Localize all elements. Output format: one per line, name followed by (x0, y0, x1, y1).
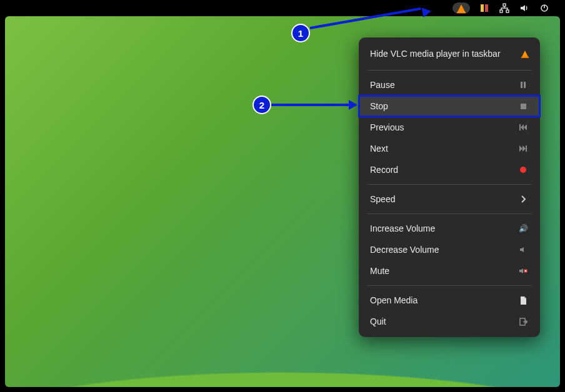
menu-separator (368, 213, 531, 214)
svg-rect-9 (519, 124, 521, 130)
annotation-callout-1: 1 (291, 24, 310, 42)
annotation-callout-2: 2 (252, 96, 271, 114)
network-icon[interactable] (499, 2, 510, 14)
vlc-context-menu: Hide VLC media player in taskbar Pause S… (359, 37, 540, 337)
menu-item-label: Open Media (370, 295, 418, 305)
menu-item-record[interactable]: Record (359, 159, 540, 180)
menu-item-label: Increase Volume (370, 223, 435, 233)
mute-icon (518, 267, 529, 275)
record-icon (518, 167, 529, 173)
volume-up-icon: 🔊 (518, 224, 529, 233)
vlc-cone-icon (522, 51, 528, 57)
stop-icon (518, 104, 529, 109)
menu-item-label: Stop (370, 101, 388, 111)
file-icon (518, 296, 529, 305)
chevron-right-icon (518, 195, 529, 203)
previous-icon (518, 124, 529, 130)
vlc-tray-icon[interactable] (452, 2, 470, 14)
menu-item-increase-volume[interactable]: Increase Volume 🔊 (359, 218, 540, 239)
menu-item-label: Quit (370, 316, 386, 326)
menu-header[interactable]: Hide VLC media player in taskbar (359, 42, 540, 66)
annotation-arrowhead-1 (422, 6, 432, 17)
menu-separator (368, 184, 531, 185)
menu-item-speed[interactable]: Speed (359, 189, 540, 210)
menu-item-label: Speed (370, 194, 395, 204)
system-topbar (5, 0, 560, 16)
svg-rect-7 (524, 82, 526, 88)
menu-item-label: Next (370, 144, 388, 154)
next-icon (518, 145, 529, 152)
svg-rect-2 (503, 4, 506, 6)
annotation-arrow-2 (271, 104, 349, 106)
svg-rect-3 (500, 10, 502, 12)
callout-number: 2 (259, 100, 264, 110)
svg-rect-10 (526, 145, 527, 152)
menu-separator (368, 70, 531, 71)
volume-down-icon (518, 247, 529, 253)
menu-item-open-media[interactable]: Open Media (359, 290, 540, 311)
quit-icon (518, 318, 529, 326)
callout-number: 1 (298, 28, 303, 39)
menu-item-label: Pause (370, 80, 395, 90)
pause-icon (518, 82, 529, 88)
menu-item-previous[interactable]: Previous (359, 117, 540, 138)
vlc-cone-icon (458, 4, 465, 12)
menu-item-label: Record (370, 165, 398, 175)
menu-item-quit[interactable]: Quit (359, 311, 540, 332)
app-tray-icon[interactable] (479, 2, 490, 14)
menu-item-label: Previous (370, 122, 404, 132)
menu-item-mute[interactable]: Mute (359, 260, 540, 282)
svg-rect-0 (481, 4, 484, 12)
power-icon[interactable] (539, 2, 550, 14)
menu-separator (368, 285, 531, 286)
menu-item-pause[interactable]: Pause (359, 74, 540, 96)
menu-item-decrease-volume[interactable]: Decrease Volume (359, 239, 540, 260)
menu-item-label: Mute (370, 266, 389, 276)
menu-item-label: Decrease Volume (370, 245, 439, 255)
volume-icon[interactable] (519, 2, 530, 14)
svg-rect-6 (521, 82, 522, 88)
menu-item-stop[interactable]: Stop (359, 96, 540, 117)
svg-rect-1 (485, 4, 488, 12)
svg-rect-8 (521, 104, 526, 109)
annotation-arrowhead-2 (349, 100, 358, 110)
menu-item-next[interactable]: Next (359, 138, 540, 159)
menu-header-label: Hide VLC media player in taskbar (370, 49, 501, 59)
svg-rect-4 (506, 10, 509, 12)
